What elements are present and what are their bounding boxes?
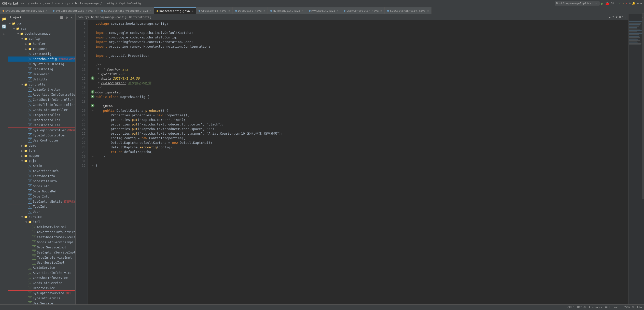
code-line[interactable]: ◉ * @data 2023/8/1 14:59 xyxy=(90,76,626,81)
code-line[interactable]: ◉ @Bean xyxy=(90,104,626,108)
tree-item[interactable]: ▼📁controller xyxy=(8,82,75,87)
error-icon[interactable]: ✗ xyxy=(626,2,627,5)
tree-item[interactable]: ▶📁mapper xyxy=(8,153,75,158)
tree-item[interactable]: CGoodsInfo xyxy=(8,184,75,189)
tab-sys-login[interactable]: SysLoginController.java× xyxy=(0,7,50,14)
tab-user-controller[interactable]: UserController.java× xyxy=(341,7,385,14)
code-line[interactable]: −} xyxy=(90,163,626,168)
notification-icon[interactable]: 🔔 xyxy=(632,2,636,5)
code-line[interactable]: /** xyxy=(90,63,626,67)
tree-item[interactable]: ICartShopInfoServiceImpl xyxy=(8,235,75,240)
code-line[interactable]: * @Description: 生成验证码配置 xyxy=(90,81,626,86)
tree-item[interactable]: ▶📁handler xyxy=(8,41,75,46)
debug-btn[interactable]: 🐞 xyxy=(605,2,609,6)
tree-item[interactable]: CCartShopInfoController xyxy=(8,97,75,102)
tree-item[interactable]: ISysCaptchaService接口 xyxy=(8,291,75,296)
tree-item[interactable]: CRedisConfig xyxy=(8,67,75,72)
code-line[interactable]: import com.google.code.kaptcha.util.Conf… xyxy=(90,35,626,40)
tree-item[interactable]: IGoodsInfoService xyxy=(8,280,75,286)
tree-item[interactable]: ▼📁com xyxy=(8,21,75,26)
tree-item[interactable]: IAdminServiceImpl xyxy=(8,224,75,230)
tree-item[interactable]: ▼📁bookshopmanage xyxy=(8,31,75,36)
undo-icon[interactable]: ↩ xyxy=(637,2,639,5)
expand-btn[interactable]: ⌃ xyxy=(622,16,624,19)
tab-my-md5[interactable]: MyMD5Util.java× xyxy=(306,7,341,14)
code-line[interactable]: */ xyxy=(90,86,626,90)
code-line[interactable]: import org.springframework.context.annot… xyxy=(90,40,626,44)
fold-icon[interactable]: − xyxy=(92,163,93,168)
code-line[interactable] xyxy=(90,49,626,53)
tree-item[interactable]: ▼📁impl xyxy=(8,219,75,224)
tab-sys-captcha-impl[interactable]: SysCaptchaServiceImpl.java× xyxy=(99,7,154,14)
tree-item[interactable]: CTypeInfo xyxy=(8,204,75,209)
code-line[interactable]: defaultKaptcha.setConfig(config); xyxy=(90,145,626,150)
tab-sys-captcha-entity[interactable]: SysCaptchaEntity.java× xyxy=(385,7,431,14)
tree-item[interactable]: CImageController xyxy=(8,112,75,118)
pull-requests-icon[interactable]: ⬇ xyxy=(1,31,7,37)
code-line[interactable]: properties.put("kaptcha.border", "no"); xyxy=(90,118,626,122)
tree-item[interactable]: CMyBatisPlusConfig xyxy=(8,62,75,67)
tree-item[interactable]: CUrlFilter xyxy=(8,77,75,82)
tab-kaptcha-config[interactable]: KaptchaConfig.java× xyxy=(154,7,196,14)
tree-item[interactable]: ▼📁zyz xyxy=(8,26,75,31)
fold-icon[interactable]: − xyxy=(92,154,93,159)
code-line[interactable]: return defaultKaptcha; xyxy=(90,150,626,154)
tree-item[interactable]: ▼📁pojo xyxy=(8,158,75,163)
tree-item[interactable]: CUriConfig xyxy=(8,72,75,77)
code-line[interactable] xyxy=(90,26,626,31)
tree-item[interactable]: CRedisController xyxy=(8,123,75,128)
tab-close-sys-captcha-svc[interactable]: × xyxy=(94,9,96,12)
commit-icon[interactable]: 🔄 xyxy=(1,23,7,30)
tree-item[interactable]: ITypeInfoServiceImpl xyxy=(8,255,75,260)
tree-item[interactable]: COrderGoodsRef xyxy=(8,189,75,194)
code-line[interactable]: * * @author zyz xyxy=(90,67,626,72)
tab-close-sys-login[interactable]: × xyxy=(46,9,47,12)
code-line[interactable]: − public DefaultKaptcha producer() { xyxy=(90,108,626,113)
tree-item[interactable]: IAdvertiserInfoServiceImpl xyxy=(8,230,75,235)
tree-item[interactable]: IUserService xyxy=(8,301,75,304)
tree-item[interactable]: IAdminService xyxy=(8,265,75,270)
tree-item[interactable]: IOrderServiceImpl xyxy=(8,245,75,250)
tab-close-kaptcha-config[interactable]: × xyxy=(192,10,193,12)
code-line[interactable]: ◉@Configuration xyxy=(90,90,626,95)
code-line[interactable]: Properties properties = new Properties()… xyxy=(90,113,626,118)
warning-icon[interactable]: ⚠ xyxy=(622,2,624,5)
code-line[interactable]: properties.put("kaptcha.textproducer.fon… xyxy=(90,131,626,136)
fold-icon[interactable]: − xyxy=(92,108,93,113)
tree-item[interactable]: CCartShopInfo xyxy=(8,174,75,179)
run-btn[interactable]: ▶ xyxy=(601,2,603,6)
project-icon[interactable]: 📁 xyxy=(1,16,7,22)
tree-item[interactable]: ITypeInfoService xyxy=(8,296,75,301)
tree-item[interactable]: ▶📁response xyxy=(8,46,75,51)
close-sidebar-btn[interactable]: ✕ xyxy=(70,16,74,20)
code-line[interactable]: DefaultKaptcha defaultKaptcha = new Defa… xyxy=(90,140,626,145)
tab-close-sys-captcha-entity[interactable]: × xyxy=(427,9,429,12)
tree-item[interactable]: CUser xyxy=(8,209,75,214)
tree-item[interactable]: CAdvertiserInfo xyxy=(8,168,75,174)
tab-close-user-controller[interactable]: × xyxy=(380,9,382,12)
tree-item[interactable]: ISysCaptchaServiceImpl验体逻辑实现 xyxy=(8,250,75,255)
tree-item[interactable]: CCrosConfig xyxy=(8,51,75,57)
tree-item[interactable]: CUserController xyxy=(8,138,75,143)
tree-item[interactable]: CGoodsInfoController xyxy=(8,107,75,112)
settings-icon[interactable]: ⚙ xyxy=(629,2,631,5)
tree-item[interactable]: CKaptchaConfig生成验证码的相关配置 xyxy=(8,57,75,62)
code-line[interactable]: package com.zyz.bookshopmanage.config; xyxy=(90,21,626,26)
code-line[interactable]: import java.util.Properties; xyxy=(90,53,626,58)
tree-item[interactable]: CTypeInfoController xyxy=(8,133,75,138)
code-line[interactable]: import org.springframework.context.annot… xyxy=(90,44,626,49)
code-line[interactable]: ◉public class KaptchaConfig { xyxy=(90,95,626,99)
tab-my-token[interactable]: MyTokenUtil.java× xyxy=(268,7,306,14)
tree-item[interactable]: COrderInfo xyxy=(8,194,75,199)
tree-item[interactable]: ▼📁config xyxy=(8,36,75,41)
tree-item[interactable]: CAdvertiserInfoController xyxy=(8,92,75,97)
code-line[interactable]: Config config = new Config(properties); xyxy=(90,136,626,140)
code-line[interactable]: * @version 1.0 xyxy=(90,72,626,76)
redo-icon[interactable]: ↪ xyxy=(640,2,642,5)
code-line[interactable]: properties.put("kaptcha.textproducer.cha… xyxy=(90,127,626,131)
tab-close-my-md5[interactable]: × xyxy=(337,9,338,12)
tree-item[interactable]: ▶📁demo xyxy=(8,143,75,148)
tree-item[interactable]: CAdmin xyxy=(8,163,75,168)
tab-cross-config[interactable]: CrosConfig.java× xyxy=(196,7,233,14)
tab-sys-captcha-svc[interactable]: SysCaptchaService.java× xyxy=(50,7,99,14)
